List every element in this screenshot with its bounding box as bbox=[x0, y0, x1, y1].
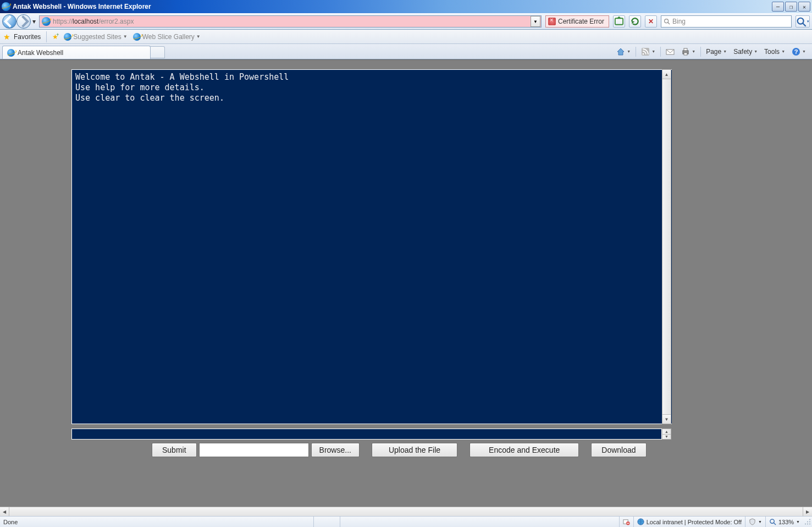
feeds-button[interactable]: ▼ bbox=[639, 46, 657, 57]
button-row: Submit Browse... Upload the File Encode … bbox=[152, 443, 647, 457]
minimize-button[interactable]: ─ bbox=[772, 2, 784, 12]
svg-rect-9 bbox=[684, 48, 687, 51]
separator bbox=[46, 31, 47, 42]
command-input-scrollbar[interactable]: ▲ ▼ bbox=[662, 429, 671, 440]
browse-button[interactable]: Browse... bbox=[311, 443, 360, 457]
favorites-label[interactable]: Favorites bbox=[14, 33, 41, 41]
compat-view-button[interactable] bbox=[613, 15, 625, 28]
page-content: Welcome to Antak - A Webshell in Powersh… bbox=[0, 59, 812, 516]
forward-button[interactable] bbox=[16, 14, 31, 29]
search-go-button[interactable]: ▾ bbox=[796, 15, 810, 28]
safety-menu[interactable]: Safety▼ bbox=[732, 47, 759, 57]
svg-text:?: ? bbox=[794, 48, 798, 55]
home-button[interactable]: ▼ bbox=[615, 46, 632, 57]
suggested-sites-label: Suggested Sites bbox=[73, 33, 121, 41]
command-bar: ▼ ▼ ▼ Page▼ Safety▼ Tools▼ ?▼ bbox=[165, 44, 810, 59]
tab-active[interactable]: Antak Webshell bbox=[2, 46, 151, 59]
window-titlebar: Antak Webshell - Windows Internet Explor… bbox=[0, 0, 812, 13]
maximize-button[interactable]: ❐ bbox=[785, 2, 797, 12]
scroll-up-arrow[interactable]: ▲ bbox=[662, 70, 671, 79]
svg-point-23 bbox=[807, 524, 808, 525]
tab-bar: Antak Webshell ▼ ▼ ▼ Page▼ Safety▼ Tools… bbox=[0, 44, 812, 59]
search-placeholder: Bing bbox=[672, 18, 686, 25]
favorites-star-icon: ★ bbox=[3, 32, 10, 41]
url-text: https://localhost/error2.aspx bbox=[53, 18, 531, 25]
ie-icon bbox=[64, 33, 71, 41]
site-icon bbox=[42, 17, 51, 26]
read-mail-button[interactable] bbox=[664, 46, 676, 57]
popup-blocker-indicator[interactable] bbox=[619, 517, 633, 527]
submit-button[interactable]: Submit bbox=[152, 443, 197, 457]
svg-line-2 bbox=[668, 23, 670, 24]
help-button[interactable]: ?▼ bbox=[790, 46, 808, 57]
svg-rect-10 bbox=[684, 53, 687, 55]
resize-grip[interactable] bbox=[803, 517, 812, 526]
tools-menu[interactable]: Tools▼ bbox=[763, 47, 787, 57]
status-empty-1 bbox=[313, 517, 340, 527]
svg-point-1 bbox=[665, 19, 669, 23]
back-button[interactable] bbox=[2, 14, 16, 29]
scroll-left-arrow[interactable]: ◀ bbox=[0, 507, 9, 516]
stop-button[interactable]: ✕ bbox=[645, 15, 657, 28]
web-slice-label: Web Slice Gallery bbox=[142, 33, 195, 41]
address-dropdown[interactable]: ▼ bbox=[531, 16, 540, 27]
console-output[interactable]: Welcome to Antak - A Webshell in Powersh… bbox=[71, 69, 672, 424]
new-tab-button[interactable] bbox=[151, 46, 165, 58]
suggested-sites-link[interactable]: Suggested Sites ▼ bbox=[64, 33, 127, 41]
svg-rect-0 bbox=[615, 18, 623, 24]
scroll-down-arrow[interactable]: ▼ bbox=[662, 414, 671, 424]
search-box[interactable]: Bing bbox=[661, 15, 792, 28]
svg-point-24 bbox=[805, 524, 806, 525]
horizontal-scrollbar[interactable]: ◀ ▶ bbox=[0, 507, 812, 516]
refresh-button[interactable] bbox=[629, 15, 641, 28]
address-bar[interactable]: https://localhost/error2.aspx ▼ bbox=[39, 15, 542, 28]
zoom-control[interactable]: 133% ▼ bbox=[765, 517, 803, 527]
favorites-bar: ★ Favorites ★+ Suggested Sites ▼ Web Sli… bbox=[0, 30, 812, 44]
nav-history-dropdown[interactable]: ▾ bbox=[31, 18, 37, 25]
nav-toolbar: ▾ https://localhost/error2.aspx ▼ Certif… bbox=[0, 13, 812, 30]
command-input[interactable] bbox=[71, 429, 662, 440]
ie-icon bbox=[2, 2, 10, 11]
security-zone[interactable]: Local intranet | Protected Mode: Off bbox=[633, 517, 745, 527]
svg-point-3 bbox=[798, 18, 804, 24]
zoom-value: 133% bbox=[778, 519, 794, 525]
svg-line-4 bbox=[803, 23, 805, 26]
file-path-input[interactable] bbox=[199, 443, 309, 457]
svg-point-22 bbox=[809, 524, 810, 525]
status-empty-2 bbox=[340, 517, 366, 527]
page-menu[interactable]: Page▼ bbox=[704, 47, 728, 57]
svg-point-21 bbox=[807, 521, 808, 523]
status-bar: Done Local intranet | Protected Mode: Of… bbox=[0, 516, 812, 527]
search-icon bbox=[664, 18, 670, 25]
status-text: Done bbox=[0, 517, 313, 527]
ie-icon bbox=[133, 33, 141, 41]
tab-icon bbox=[7, 49, 15, 57]
svg-point-20 bbox=[809, 521, 810, 523]
add-to-favorites-bar-button[interactable]: ★+ bbox=[52, 33, 58, 41]
close-button[interactable]: ✕ bbox=[798, 2, 810, 12]
window-title: Antak Webshell - Windows Internet Explor… bbox=[13, 3, 772, 10]
svg-rect-15 bbox=[627, 523, 629, 524]
scroll-up-arrow[interactable]: ▲ bbox=[662, 429, 671, 435]
scroll-down-arrow[interactable]: ▼ bbox=[662, 435, 671, 440]
certificate-error-label: Certificate Error bbox=[558, 18, 604, 25]
upload-file-button[interactable]: Upload the File bbox=[372, 443, 457, 457]
console-scrollbar[interactable]: ▲ ▼ bbox=[662, 69, 671, 424]
svg-point-17 bbox=[770, 519, 774, 523]
web-slice-gallery-link[interactable]: Web Slice Gallery ▼ bbox=[133, 33, 201, 41]
shield-error-icon bbox=[548, 18, 556, 25]
protected-mode-indicator[interactable]: ▼ bbox=[745, 517, 765, 527]
svg-point-19 bbox=[809, 519, 810, 520]
zone-label: Local intranet | Protected Mode: Off bbox=[647, 519, 742, 525]
tab-title: Antak Webshell bbox=[18, 49, 63, 57]
svg-point-6 bbox=[643, 53, 644, 54]
encode-execute-button[interactable]: Encode and Execute bbox=[469, 443, 579, 457]
print-button[interactable]: ▼ bbox=[680, 46, 697, 57]
download-button[interactable]: Download bbox=[591, 443, 646, 457]
certificate-error-button[interactable]: Certificate Error bbox=[545, 15, 609, 28]
svg-line-18 bbox=[774, 523, 776, 525]
scroll-right-arrow[interactable]: ▶ bbox=[803, 507, 812, 516]
